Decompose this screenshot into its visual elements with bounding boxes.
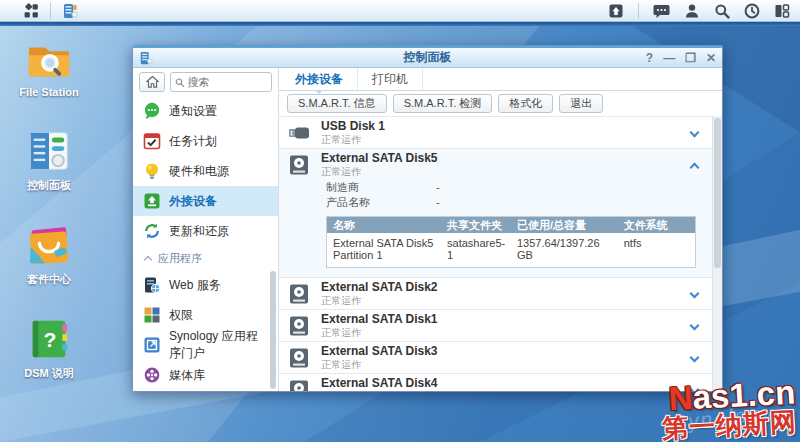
- maximize-button[interactable]: ❐: [685, 52, 696, 64]
- sidebar: 通知设置 任务计划 硬件和电源: [133, 68, 279, 391]
- desktop-icon-package-center[interactable]: 套件中心: [6, 222, 92, 287]
- device-text: USB Disk 1 正常运作: [321, 119, 385, 145]
- chevron-up-icon[interactable]: [690, 163, 700, 173]
- device-status: 正常运作: [321, 134, 385, 146]
- application-portal-icon: [143, 336, 161, 354]
- desktop-icon-label: 套件中心: [6, 272, 92, 287]
- sidebar-item-label: 任务计划: [169, 133, 217, 150]
- smart-info-button[interactable]: S.M.A.R.T. 信息: [287, 94, 387, 113]
- close-button[interactable]: ✕: [706, 52, 716, 64]
- sidebar-section-applications[interactable]: 应用程序: [133, 246, 278, 270]
- web-services-icon: [143, 276, 161, 294]
- device-text: External SATA Disk3 正常运作: [321, 344, 437, 370]
- manufacturer-label: 制造商: [326, 180, 436, 195]
- chevron-down-icon[interactable]: [690, 353, 700, 363]
- device-row-header[interactable]: External SATA Disk4 正常运作: [279, 374, 712, 391]
- device-status: 正常运作: [321, 359, 437, 371]
- device-row-header[interactable]: USB Disk 1 正常运作: [279, 117, 712, 148]
- chevron-down-icon[interactable]: [690, 321, 700, 331]
- sidebar-scrollbar-thumb[interactable]: [270, 271, 276, 389]
- sidebar-toolbar: [133, 68, 278, 96]
- toolbar: S.M.A.R.T. 信息 S.M.A.R.T. 检测 格式化 退出: [279, 91, 722, 116]
- home-icon: [146, 76, 159, 88]
- lightbulb-icon: [143, 162, 161, 180]
- product-name-row: 产品名称 -: [326, 195, 696, 210]
- sidebar-item-privileges[interactable]: 权限: [133, 300, 278, 330]
- desktop-icon-label: DSM 说明: [6, 366, 92, 381]
- sidebar-item-media-library[interactable]: 媒体库: [133, 360, 278, 390]
- pinned-control-panel-button[interactable]: [53, 0, 87, 21]
- device-row-header[interactable]: External SATA Disk3 正常运作: [279, 342, 712, 373]
- sidebar-item-update-restore[interactable]: 更新和还原: [133, 216, 278, 246]
- partition-table-header: 名称 共享文件夹 已使用/总容量 文件系统: [327, 217, 695, 233]
- desktop-icon-control-panel[interactable]: 控制面板: [6, 128, 92, 193]
- sidebar-item-notification-settings[interactable]: 通知设置: [133, 96, 278, 126]
- sidebar-item-hardware-power[interactable]: 硬件和电源: [133, 156, 278, 186]
- device-row-header[interactable]: External SATA Disk5 正常运作: [279, 149, 712, 180]
- search-icon: [175, 77, 185, 88]
- device-row-header[interactable]: External SATA Disk1 正常运作: [279, 310, 712, 341]
- tab-external-devices[interactable]: 外接设备: [281, 68, 358, 90]
- site-watermark: Nas1.cn 第一纳斯网: [660, 376, 798, 442]
- device-text: External SATA Disk5 正常运作: [321, 151, 437, 177]
- main-menu-button[interactable]: [14, 0, 48, 21]
- device-row-sata-disk1: External SATA Disk1 正常运作: [279, 310, 712, 342]
- content-pane: 外接设备 打印机 S.M.A.R.T. 信息 S.M.A.R.T. 检测 格式化…: [279, 68, 722, 391]
- widgets-clock-icon[interactable]: [744, 3, 760, 19]
- device-name: USB Disk 1: [321, 119, 385, 133]
- hard-disk-icon: [287, 314, 311, 338]
- control-panel-window: 控制面板 ? — ❐ ✕: [132, 45, 723, 392]
- tab-printer[interactable]: 打印机: [358, 68, 423, 90]
- column-header-name: 名称: [327, 218, 441, 233]
- search-input[interactable]: [188, 76, 268, 88]
- desktop-icon-file-station[interactable]: File Station: [6, 36, 92, 98]
- device-name: External SATA Disk2: [321, 280, 437, 294]
- eject-button[interactable]: 退出: [559, 94, 603, 113]
- window-titlebar[interactable]: 控制面板 ? — ❐ ✕: [133, 46, 722, 68]
- chevron-down-icon[interactable]: [690, 128, 700, 138]
- desktop-icon-dsm-help[interactable]: ? DSM 说明: [6, 316, 92, 381]
- pilot-view-layout-icon[interactable]: [774, 3, 790, 19]
- device-row-header[interactable]: External SATA Disk2 正常运作: [279, 278, 712, 309]
- chevron-down-icon[interactable]: [690, 289, 700, 299]
- update-restore-icon: [143, 222, 161, 240]
- notification-icon: [143, 102, 161, 120]
- sidebar-item-label: Synology 应用程序门户: [169, 328, 268, 362]
- column-header-used-total: 已使用/总容量: [511, 218, 618, 233]
- sidebar-item-application-portal[interactable]: Synology 应用程序门户: [133, 330, 278, 360]
- privileges-icon: [143, 306, 161, 324]
- device-row-sata-disk3: External SATA Disk3 正常运作: [279, 342, 712, 374]
- desktop-icon-label: 控制面板: [6, 178, 92, 193]
- hard-disk-icon: [287, 282, 311, 306]
- sidebar-item-task-scheduler[interactable]: 任务计划: [133, 126, 278, 156]
- taskbar-separator: [638, 3, 639, 19]
- device-name: External SATA Disk3: [321, 344, 437, 358]
- user-account-icon[interactable]: [684, 3, 700, 19]
- hard-disk-icon: [287, 346, 311, 370]
- notifications-chat-icon[interactable]: [653, 3, 670, 19]
- column-header-filesystem: 文件系统: [618, 218, 695, 233]
- format-button[interactable]: 格式化: [498, 94, 553, 113]
- device-status: 正常运作: [321, 166, 437, 178]
- smart-test-button[interactable]: S.M.A.R.T. 检测: [393, 94, 493, 113]
- home-button[interactable]: [139, 72, 165, 92]
- search-icon[interactable]: [714, 3, 730, 19]
- help-button[interactable]: ?: [646, 52, 653, 64]
- column-header-shared-folder: 共享文件夹: [441, 218, 511, 233]
- taskbar-left: [0, 0, 87, 21]
- content-scrollbar-thumb[interactable]: [714, 118, 721, 268]
- sidebar-item-label: 更新和还原: [169, 223, 229, 240]
- sidebar-item-web-services[interactable]: Web 服务: [133, 270, 278, 300]
- partition-table-row[interactable]: External SATA Disk5 Partition 1 satashar…: [327, 233, 695, 267]
- sidebar-item-label: 硬件和电源: [169, 163, 229, 180]
- search-box[interactable]: [170, 72, 272, 92]
- device-status: 正常运作: [321, 295, 437, 307]
- external-device-icon: [143, 192, 161, 210]
- window-title: 控制面板: [133, 49, 722, 66]
- taskbar-separator: [50, 3, 51, 19]
- minimize-button[interactable]: —: [663, 52, 675, 64]
- content-scrollbar[interactable]: [712, 116, 722, 391]
- backup-upload-icon[interactable]: [608, 3, 624, 19]
- sidebar-item-external-devices[interactable]: 外接设备: [133, 186, 278, 216]
- device-row-sata-disk2: External SATA Disk2 正常运作: [279, 278, 712, 310]
